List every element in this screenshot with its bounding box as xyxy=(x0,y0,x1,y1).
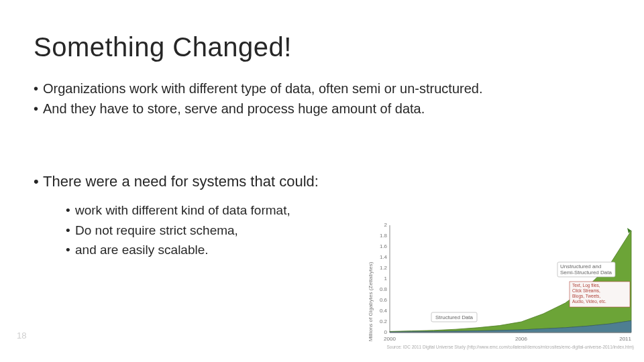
slide: Something Changed! • Organizations work … xyxy=(0,0,644,362)
callout-examples: Text, Log files, Click Streams, Blogs, T… xyxy=(570,282,630,307)
svg-text:Structured Data: Structured Data xyxy=(435,314,474,320)
y-tick-label: 1.2 xyxy=(380,265,388,271)
svg-text:Blogs, Tweets,: Blogs, Tweets, xyxy=(572,294,600,299)
y-tick-label: 1.8 xyxy=(380,233,388,239)
bullet-item: • Do not require strict schema, xyxy=(66,221,290,240)
y-tick-label: 0.8 xyxy=(380,286,388,292)
bullet-list-middle: • There were a need for systems that cou… xyxy=(34,172,617,195)
bullet-item: • There were a need for systems that cou… xyxy=(34,172,617,192)
bullet-item: • And they have to store, serve and proc… xyxy=(34,99,617,118)
x-tick-label: 2011 xyxy=(619,336,631,342)
bullet-text: Organizations work with different type o… xyxy=(43,79,617,98)
y-tick-label: 1.6 xyxy=(380,243,388,249)
svg-text:Audio, Video, etc.: Audio, Video, etc. xyxy=(572,299,606,304)
y-tick-label: 1 xyxy=(384,276,388,282)
x-tick-label: 2006 xyxy=(515,336,527,342)
svg-text:Click Streams,: Click Streams, xyxy=(572,288,600,293)
bullet-text: work with different kind of data format, xyxy=(75,201,290,220)
chart-source: Source: IDC 2011 Digital Universe Study … xyxy=(387,345,634,350)
page-number: 18 xyxy=(17,330,26,341)
bullet-text: and are easily scalable. xyxy=(75,241,290,259)
data-growth-chart: 0 0.2 0.4 0.6 0.8 1 1.2 1.4 1.6 1.8 2 xyxy=(366,221,637,352)
svg-text:Unstructured and: Unstructured and xyxy=(560,263,601,269)
bullet-icon: • xyxy=(66,241,75,259)
bullet-item: • and are easily scalable. xyxy=(66,241,290,259)
bullet-item: • work with different kind of data forma… xyxy=(66,201,290,220)
bullet-icon: • xyxy=(34,99,43,118)
slide-title: Something Changed! xyxy=(34,32,292,62)
bullet-text: There were a need for systems that could… xyxy=(43,172,617,192)
callout-unstructured: Unstructured and Semi-Structured Data xyxy=(557,262,615,277)
series-unstructured xyxy=(390,231,631,332)
callout-structured: Structured Data xyxy=(431,312,477,322)
bullet-icon: • xyxy=(66,221,75,240)
y-tick-label: 2 xyxy=(384,222,388,228)
y-tick-label: 0.2 xyxy=(380,318,388,324)
y-tick-label: 0 xyxy=(384,329,388,335)
bullet-item: • Organizations work with different type… xyxy=(34,79,617,98)
y-tick-label: 0.4 xyxy=(380,308,388,314)
chart-svg: 0 0.2 0.4 0.6 0.8 1 1.2 1.4 1.6 1.8 2 xyxy=(366,221,637,352)
y-tick-label: 0.6 xyxy=(380,297,388,303)
y-axis-label: Millions of Gigabytes (Zettabytes) xyxy=(368,261,374,341)
bullet-icon: • xyxy=(34,79,43,98)
x-tick-label: 2000 xyxy=(384,336,396,342)
svg-text:Text, Log files,: Text, Log files, xyxy=(572,283,600,288)
bullet-list-sub: • work with different kind of data forma… xyxy=(66,201,290,261)
svg-text:Semi-Structured Data: Semi-Structured Data xyxy=(560,269,612,276)
y-tick-label: 1.4 xyxy=(380,254,388,260)
bullet-icon: • xyxy=(66,201,75,220)
bullet-text: And they have to store, serve and proces… xyxy=(43,99,617,118)
bullet-icon: • xyxy=(34,172,43,192)
bullet-list-top: • Organizations work with different type… xyxy=(34,79,617,119)
bullet-text: Do not require strict schema, xyxy=(75,221,290,240)
